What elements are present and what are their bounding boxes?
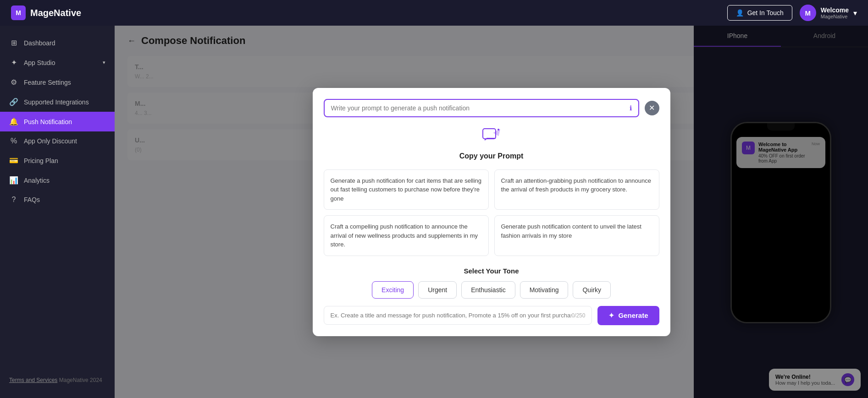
tone-button-urgent[interactable]: Urgent (418, 281, 457, 299)
sidebar-label-feature-settings: Feature Settings (24, 79, 71, 86)
user-info: Welcome MageNative (821, 6, 849, 19)
logo-text: MageNative (30, 8, 81, 18)
sidebar-footer: Terms and Services MageNative 2024 (0, 370, 115, 391)
generate-input-wrap: 0/250 (324, 306, 592, 325)
prompt-input[interactable] (331, 104, 626, 112)
close-button[interactable]: ✕ (645, 101, 659, 115)
content-area: ← Compose Notification T... W... 2... M.… (115, 26, 868, 398)
sidebar-item-push-notification[interactable]: 🔔 Push Notification (0, 112, 115, 131)
terms-link[interactable]: Terms and Services (9, 377, 57, 383)
prompt-card-card1[interactable]: Generate a push notification for cart it… (324, 169, 489, 210)
sidebar-label-supported-integrations: Supported Integrations (24, 98, 89, 106)
chevron-down-icon: ▾ (853, 9, 857, 17)
prompt-card-card3[interactable]: Craft a compelling push notification to … (324, 215, 489, 256)
sidebar-icon-faqs: ? (9, 196, 18, 204)
sidebar-icon-dashboard: ⊞ (9, 38, 18, 47)
chevron-icon-app-studio: ▾ (103, 60, 105, 65)
get-in-touch-button[interactable]: 👤 Get In Touch (727, 5, 792, 21)
sidebar-item-analytics[interactable]: 📊 Analytics (0, 170, 115, 190)
sidebar-item-dashboard[interactable]: ⊞ Dashboard (0, 33, 115, 53)
sidebar-icon-app-only-discount: % (9, 137, 18, 145)
sidebar-icon-supported-integrations: 🔗 (9, 98, 18, 106)
sidebar-item-pricing-plan[interactable]: 💳 Pricing Plan (0, 151, 115, 170)
sidebar-icon-pricing-plan: 💳 (9, 156, 18, 165)
generate-input[interactable] (331, 312, 572, 319)
tone-button-quirky[interactable]: Quirky (573, 281, 610, 299)
generate-icon: ✦ (608, 311, 614, 320)
copy-prompt-section: Copy your Prompt (324, 128, 659, 160)
sidebar-item-supported-integrations[interactable]: 🔗 Supported Integrations (0, 92, 115, 112)
main-layout: ⊞ Dashboard ✦ App Studio ▾ ⚙ Feature Set… (0, 26, 868, 398)
sidebar-label-push-notification: Push Notification (24, 118, 72, 125)
topbar-right: 👤 Get In Touch M Welcome MageNative ▾ (727, 5, 857, 21)
avatar: M (800, 5, 816, 21)
generate-button[interactable]: ✦ Generate (597, 306, 659, 325)
sidebar-label-app-only-discount: App Only Discount (24, 137, 77, 145)
sidebar-label-app-studio: App Studio (24, 59, 55, 66)
tone-button-exciting[interactable]: Exciting (372, 281, 414, 299)
logo-icon: M (11, 5, 26, 20)
modal: ℹ ✕ Copy your Prompt (313, 88, 670, 336)
logo: M MageNative (11, 5, 81, 20)
sidebar-item-app-only-discount[interactable]: % App Only Discount (0, 131, 115, 151)
sidebar-icon-feature-settings: ⚙ (9, 78, 18, 87)
tone-section: Select Your Tone ExcitingUrgentEnthusias… (324, 267, 659, 299)
sidebar-icon-app-studio: ✦ (9, 58, 18, 67)
prompt-cards: Generate a push notification for cart it… (324, 169, 659, 256)
sidebar-icon-analytics: 📊 (9, 176, 18, 185)
copy-prompt-title: Copy your Prompt (324, 152, 659, 160)
tone-title: Select Your Tone (324, 267, 659, 275)
modal-overlay: ℹ ✕ Copy your Prompt (115, 26, 868, 398)
tone-buttons: ExcitingUrgentEnthusiasticMotivatingQuir… (324, 281, 659, 299)
sidebar-item-app-studio[interactable]: ✦ App Studio ▾ (0, 53, 115, 72)
sidebar-icon-push-notification: 🔔 (9, 117, 18, 126)
prompt-card-card4[interactable]: Generate push notification content to un… (494, 215, 659, 256)
prompt-input-wrap[interactable]: ℹ (324, 99, 639, 117)
user-profile[interactable]: M Welcome MageNative ▾ (800, 5, 857, 21)
generate-row: 0/250 ✦ Generate (324, 306, 659, 325)
sidebar-label-pricing-plan: Pricing Plan (24, 157, 58, 164)
topbar: M MageNative 👤 Get In Touch M Welcome Ma… (0, 0, 868, 26)
info-icon[interactable]: ℹ (630, 104, 632, 112)
sidebar-item-faqs[interactable]: ? FAQs (0, 190, 115, 209)
prompt-card-card2[interactable]: Craft an attention-grabbing push notific… (494, 169, 659, 210)
char-count: 0/250 (571, 312, 585, 319)
tone-button-motivating[interactable]: Motivating (520, 281, 569, 299)
tone-button-enthusiastic[interactable]: Enthusiastic (461, 281, 515, 299)
svg-point-1 (498, 129, 499, 131)
sidebar-label-dashboard: Dashboard (24, 39, 55, 47)
sidebar: ⊞ Dashboard ✦ App Studio ▾ ⚙ Feature Set… (0, 26, 115, 398)
modal-top: ℹ ✕ (324, 99, 659, 117)
sidebar-item-feature-settings[interactable]: ⚙ Feature Settings (0, 72, 115, 92)
svg-rect-0 (483, 129, 496, 139)
person-icon: 👤 (736, 9, 744, 16)
sidebar-label-faqs: FAQs (24, 196, 40, 203)
sidebar-label-analytics: Analytics (24, 177, 50, 184)
copy-icon (324, 128, 659, 148)
